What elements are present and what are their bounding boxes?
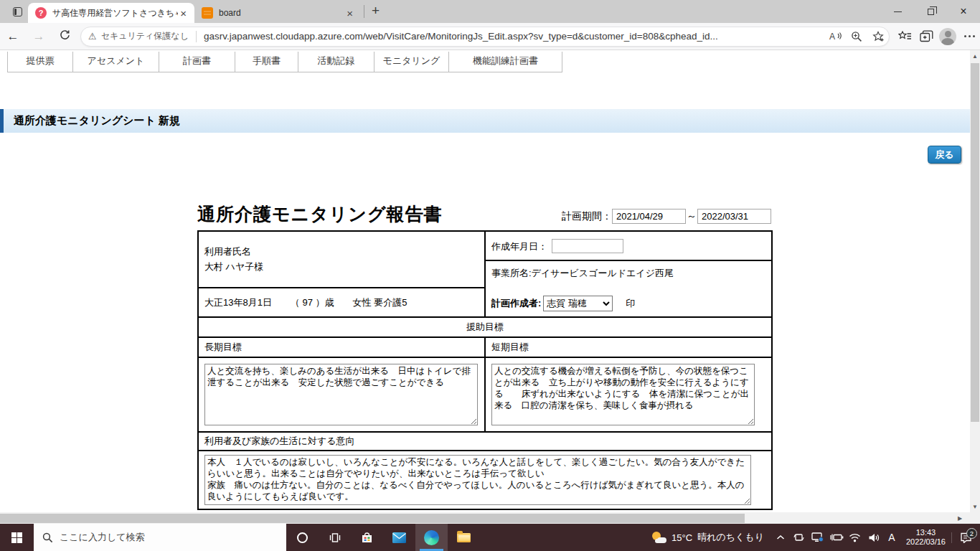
tab-close-icon[interactable]: × [178, 8, 189, 19]
tab-title: board [219, 8, 344, 18]
battery-button[interactable] [827, 533, 846, 542]
rotation-lock-icon [793, 532, 804, 542]
close-button[interactable]: × [947, 0, 980, 23]
planner-select[interactable]: 志賀 瑞穂 [543, 296, 613, 311]
mail-button[interactable] [383, 524, 415, 551]
horizontal-scroll-thumb[interactable] [0, 514, 745, 523]
module-nav-tabs: 提供票 アセスメント 計画書 手順書 活動記録 モニタリング 機能訓練計画書 [7, 52, 562, 72]
report-header: 通所介護モニタリング報告書 計画期間： ～ [197, 197, 771, 226]
tablet-mode-button[interactable] [790, 532, 809, 542]
security-warning-icon: ⚠ [88, 31, 97, 42]
restore-button[interactable] [914, 0, 947, 23]
sun-cloud-icon [652, 532, 666, 543]
edge-taskbar-button[interactable] [415, 524, 448, 551]
nav-tab-monitoring[interactable]: モニタリング [374, 52, 449, 72]
new-tab-button[interactable]: + [367, 3, 388, 21]
zoom-in-icon [851, 31, 862, 42]
read-aloud-button[interactable]: A [824, 31, 846, 42]
avatar [939, 28, 956, 45]
horizontal-scrollbar[interactable]: ▶ [0, 512, 980, 524]
back-nav-button[interactable]: ← [0, 29, 26, 44]
question-badge-favicon-icon: ? [35, 7, 47, 19]
folder-icon [457, 533, 471, 542]
system-tray: 15°C 晴れのちくもり A 13:43 [645, 524, 980, 551]
favorites-bar-button[interactable] [894, 31, 915, 42]
created-date-label: 作成年月日： [491, 240, 547, 251]
nav-tab-assessment[interactable]: アセスメント [73, 52, 159, 72]
notification-center-button[interactable]: 2 [951, 532, 980, 543]
scroll-up-arrow-icon[interactable]: ▲ [970, 50, 980, 62]
nav-tab-katsudokiroku[interactable]: 活動記録 [298, 52, 374, 72]
birth-info-cell: 大正13年8月1日 （ 97 ）歳 女性 要介護5 [198, 288, 485, 317]
forward-nav-button[interactable]: → [26, 29, 52, 44]
long-term-goal-textarea[interactable]: 人と交流を持ち、楽しみのある生活が出来る 日中はトイレで排泄することが出来る 安… [204, 364, 478, 425]
nav-tab-tejunsho[interactable]: 手順書 [235, 52, 298, 72]
scroll-right-arrow-icon[interactable]: ▶ [954, 512, 966, 524]
add-favorite-button[interactable] [867, 31, 889, 42]
long-term-cell: 人と交流を持ち、楽しみのある生活が出来る 日中はトイレで排泄することが出来る 安… [198, 357, 485, 432]
tab-actions-icon [13, 7, 22, 17]
security-indicator[interactable]: ⚠ セキュリティ保護なし [81, 30, 196, 42]
cortana-icon [297, 532, 308, 543]
search-placeholder: ここに入力して検索 [60, 531, 145, 544]
hidden-icons-button[interactable] [771, 534, 790, 540]
nav-tab-teikyohyo[interactable]: 提供票 [7, 52, 73, 72]
back-button[interactable]: 戻る [928, 146, 961, 164]
window-controls: × [881, 0, 980, 23]
planner-label: 計画作成者: [491, 297, 541, 310]
ime-indicator[interactable]: A [883, 532, 900, 543]
wifi-button[interactable] [846, 533, 864, 542]
nav-tab-keikakusho[interactable]: 計画書 [159, 52, 235, 72]
read-aloud-icon: A [829, 31, 842, 42]
intention-cell: 本人 １人でいるのは寂しいし、いろんなことが不安になる。いろんな人と話しをして、… [198, 451, 772, 509]
intention-textarea[interactable]: 本人 １人でいるのは寂しいし、いろんなことが不安になる。いろんな人と話しをして、… [204, 455, 751, 505]
cortana-button[interactable] [286, 524, 319, 551]
display-connect-button[interactable] [809, 532, 827, 542]
short-term-goal-textarea[interactable]: 人との交流する機会が増える転倒を予防し、今の状態を保つことが出来る 立ち上がりや… [491, 364, 755, 425]
tab-separator [364, 5, 364, 18]
page-title: 通所介護モニタリングシート 新規 [4, 114, 180, 128]
minimize-button[interactable] [881, 0, 914, 23]
notification-badge: 2 [966, 528, 977, 539]
vertical-scrollbar[interactable]: ▲ ▼ [970, 50, 980, 512]
battery-plug-icon [829, 533, 844, 542]
zoom-button[interactable] [846, 31, 867, 42]
browser-tab-bar: ? サ高住専用経営ソフトさつきちゃん × board × + × [0, 0, 980, 23]
created-date-input[interactable] [552, 239, 623, 253]
weather-desc: 晴れのちくもり [697, 531, 764, 544]
close-icon: × [960, 5, 966, 18]
report-title: 通所介護モニタリング報告書 [197, 202, 443, 226]
start-button[interactable] [0, 524, 34, 551]
page-viewport: 提供票 アセスメント 計画書 手順書 活動記録 モニタリング 機能訓練計画書 通… [0, 50, 980, 512]
refresh-button[interactable] [52, 29, 77, 44]
speaker-icon [868, 533, 880, 542]
taskbar-search[interactable]: ここに入力して検索 [34, 524, 286, 551]
store-button[interactable] [351, 524, 383, 551]
volume-button[interactable] [864, 533, 883, 542]
address-bar[interactable]: ⚠ セキュリティ保護なし gasrv.japanwest.cloudapp.az… [80, 27, 890, 47]
profile-button[interactable] [937, 28, 958, 45]
collections-button[interactable] [915, 30, 937, 42]
plan-period-from-input[interactable] [612, 209, 686, 224]
scroll-down-arrow-icon[interactable]: ▼ [970, 501, 980, 512]
support-goal-header: 援助目標 [198, 317, 772, 337]
tab-actions-button[interactable] [6, 2, 28, 21]
security-label: セキュリティ保護なし [101, 30, 189, 42]
nav-tab-kunren-keikaku[interactable]: 機能訓練計画書 [449, 52, 562, 72]
short-term-cell: 人との交流する機会が増える転倒を予防し、今の状態を保つことが出来る 立ち上がりや… [485, 357, 772, 432]
url-text[interactable]: gasrv.japanwest.cloudapp.azure.com/web/V… [197, 31, 824, 42]
settings-menu-button[interactable] [958, 35, 980, 37]
tab-close-icon[interactable]: × [344, 8, 355, 19]
intention-label: 利用者及び家族の生活に対する意向 [198, 432, 772, 451]
task-view-button[interactable] [319, 524, 351, 551]
vertical-scroll-thumb[interactable] [971, 63, 979, 422]
browser-tab-active[interactable]: ? サ高住専用経営ソフトさつきちゃん × [28, 3, 194, 23]
taskbar-clock[interactable]: 13:43 2022/03/16 [900, 528, 951, 547]
clock-date: 2022/03/16 [906, 537, 946, 547]
plan-period-to-input[interactable] [697, 209, 771, 224]
file-explorer-button[interactable] [448, 524, 480, 551]
office-name: 事業所名:デイサービスゴールドエイジ西尾 [491, 267, 765, 280]
weather-widget[interactable]: 15°C 晴れのちくもり [645, 531, 771, 544]
user-name: 大村 ハヤ子様 [204, 260, 479, 275]
browser-tab-inactive[interactable]: board × [194, 3, 361, 23]
